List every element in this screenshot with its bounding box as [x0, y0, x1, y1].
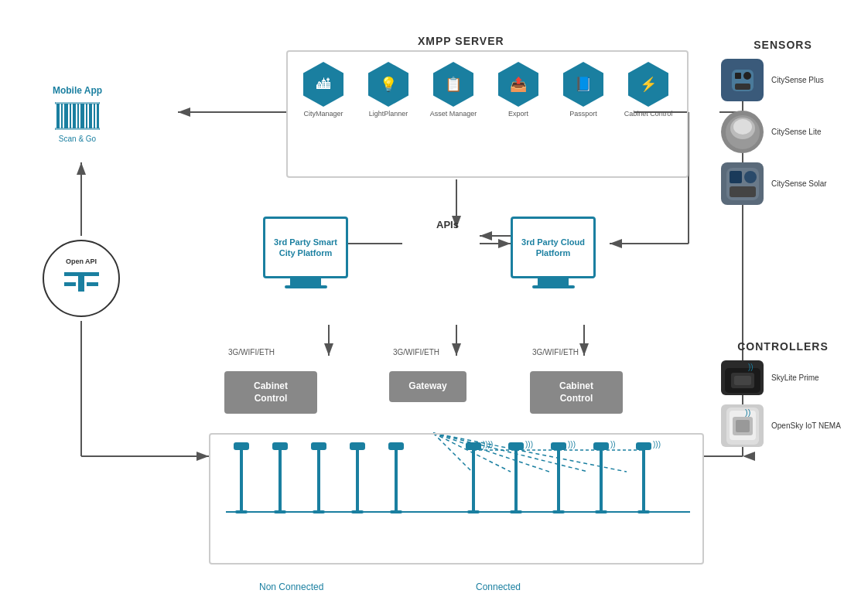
- eth-label-3: 3G/WIFI/ETH: [532, 348, 579, 356]
- svg-rect-40: [78, 272, 84, 292]
- svg-rect-28: [64, 104, 68, 128]
- svg-rect-47: [279, 450, 282, 512]
- svg-point-89: [733, 119, 752, 135]
- citysense-plus-label: CitySense Plus: [771, 76, 824, 84]
- smart-city-platform: 3rd Party Smart City Platform: [263, 217, 348, 288]
- svg-rect-44: [240, 450, 243, 512]
- svg-rect-53: [356, 450, 359, 512]
- svg-rect-26: [56, 104, 60, 128]
- svg-rect-31: [77, 104, 79, 128]
- svg-text:))): ))): [525, 440, 533, 449]
- scan-go-label: Scan & Go: [43, 135, 112, 143]
- barcode-icon: [54, 101, 101, 131]
- citysense-lite-label: CitySense Lite: [771, 128, 821, 136]
- asset-manager-icon: 📋: [433, 62, 473, 107]
- svg-rect-91: [730, 171, 742, 183]
- svg-rect-62: [508, 442, 524, 450]
- citysense-solar-label: CitySense Solar: [771, 179, 827, 188]
- opensky-nema-label: OpenSky IoT NEMA: [771, 421, 841, 430]
- citysense-plus-icon: [721, 59, 764, 101]
- cabinet-control-icon: ⚡: [628, 62, 668, 107]
- open-api-icon: [60, 268, 103, 299]
- svg-rect-42: [87, 282, 98, 286]
- svg-rect-74: [636, 442, 651, 450]
- svg-text:)): )): [745, 408, 750, 417]
- svg-text:)))): )))): [483, 440, 493, 449]
- cloud-screen: 3rd Party Cloud Platform: [511, 217, 596, 278]
- xmpp-server-title: XMPP SERVER: [418, 35, 504, 47]
- svg-rect-29: [70, 104, 71, 128]
- cabinet-control-2: CabinetControl: [530, 371, 623, 414]
- asset-manager-label: Asset Manager: [430, 110, 477, 118]
- smart-city-screen: 3rd Party Smart City Platform: [263, 217, 348, 278]
- controllers-section: CONTROLLERS )) SkyLite Prime )): [721, 340, 845, 456]
- module-passport: 📘 Passport: [555, 62, 611, 118]
- svg-rect-37: [55, 102, 100, 104]
- gateway-box: Gateway: [389, 371, 466, 402]
- export-label: Export: [508, 110, 528, 118]
- monitor-stand-1: [290, 278, 321, 285]
- svg-rect-56: [395, 450, 398, 512]
- monitor-base-2: [532, 285, 575, 288]
- svg-text:))): ))): [653, 440, 661, 449]
- svg-rect-49: [311, 442, 326, 450]
- module-light-planner: 💡 LightPlanner: [361, 62, 416, 118]
- city-manager-label: CityManager: [303, 110, 343, 118]
- xmpp-modules: 🏙 CityManager 💡 LightPlanner 📋 Asset Man…: [296, 62, 676, 118]
- svg-rect-86: [735, 84, 750, 90]
- light-planner-label: LightPlanner: [369, 110, 408, 118]
- export-icon: 📤: [498, 62, 538, 107]
- eth-label-1: 3G/WIFI/ETH: [228, 348, 275, 356]
- svg-rect-30: [73, 104, 76, 128]
- svg-rect-64: [514, 450, 518, 512]
- sensor-citysense-lite: CitySense Lite: [721, 111, 845, 153]
- cloud-platform: 3rd Party Cloud Platform: [511, 217, 596, 288]
- svg-rect-93: [730, 186, 756, 197]
- svg-rect-34: [89, 104, 92, 128]
- smart-city-label: 3rd Party Smart City Platform: [265, 232, 346, 264]
- cloud-label: 3rd Party Cloud Platform: [513, 232, 593, 264]
- svg-rect-52: [350, 442, 365, 450]
- eth-label-2: 3G/WIFI/ETH: [393, 348, 439, 356]
- svg-rect-27: [61, 104, 63, 128]
- monitor-stand-2: [538, 278, 569, 285]
- skylite-prime-label: SkyLite Prime: [771, 374, 819, 382]
- svg-rect-68: [557, 450, 560, 512]
- svg-rect-72: [600, 450, 603, 512]
- passport-label: Passport: [569, 110, 597, 118]
- sensor-citysense-plus: CitySense Plus: [721, 59, 845, 101]
- svg-rect-38: [55, 128, 100, 130]
- module-export: 📤 Export: [490, 62, 546, 118]
- svg-rect-41: [64, 282, 76, 286]
- citysense-solar-icon: [721, 162, 764, 205]
- cabinet-control-1: CabinetControl: [224, 371, 317, 414]
- svg-rect-35: [94, 104, 95, 128]
- cabinet-control-label: Cabinet Control: [624, 110, 673, 118]
- open-api-label: Open API: [66, 258, 97, 265]
- svg-rect-43: [234, 442, 249, 450]
- controller-skylite: )) SkyLite Prime: [721, 360, 845, 395]
- sensors-section: SENSORS CitySense Plus CitySen: [721, 39, 845, 214]
- svg-rect-33: [86, 104, 87, 128]
- module-asset-manager: 📋 Asset Manager: [425, 62, 481, 118]
- svg-rect-66: [551, 442, 566, 450]
- svg-rect-55: [388, 442, 404, 450]
- open-api-circle: Open API: [43, 240, 120, 317]
- svg-rect-50: [317, 450, 320, 512]
- svg-rect-58: [466, 442, 481, 450]
- svg-rect-46: [272, 442, 288, 450]
- svg-rect-32: [80, 104, 84, 128]
- passport-icon: 📘: [563, 62, 603, 107]
- city-manager-icon: 🏙: [303, 62, 343, 107]
- light-planner-icon: 💡: [368, 62, 408, 107]
- mobile-app-title: Mobile App: [43, 85, 112, 96]
- sensor-citysense-solar: CitySense Solar: [721, 162, 845, 205]
- lights-zone: )))) ))) ))) )): [209, 433, 704, 565]
- skylite-prime-icon: )): [721, 360, 764, 395]
- svg-rect-84: [735, 73, 741, 79]
- svg-rect-97: [734, 376, 751, 385]
- svg-rect-70: [593, 442, 609, 450]
- svg-rect-76: [642, 450, 645, 512]
- svg-rect-36: [97, 104, 99, 128]
- non-connected-label: Non Connected: [259, 582, 323, 592]
